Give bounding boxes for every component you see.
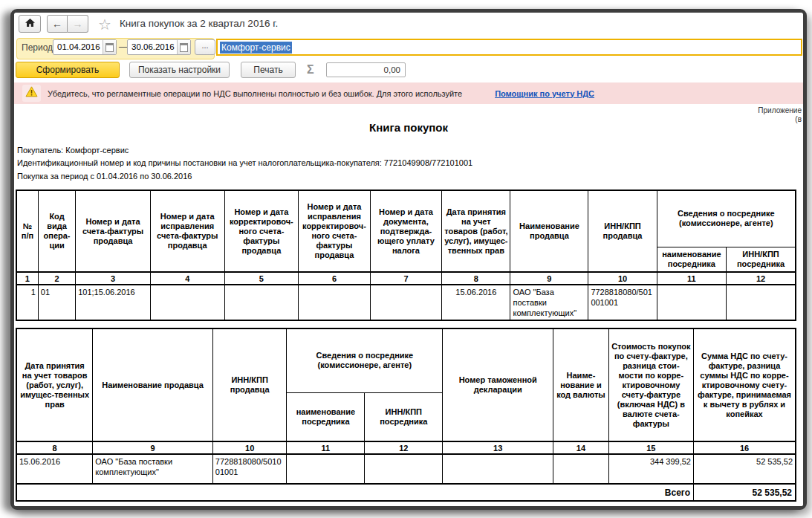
purchase-book-table-part2: Дата принятия на учет товаров (работ, ус… bbox=[16, 328, 796, 502]
calendar-icon bbox=[180, 43, 188, 52]
app-window: ← → ☆ Книга покупок за 2 квартал 2016 г.… bbox=[10, 9, 807, 510]
page-title: Книга покупок за 2 квартал 2016 г. bbox=[120, 13, 278, 35]
t2-colnum-9: 9 bbox=[93, 441, 213, 454]
date-from-field[interactable]: 01.04.2016 bbox=[53, 39, 117, 55]
date-from-calendar-button[interactable] bbox=[103, 40, 116, 54]
t1-row-cell-8: 15.06.2016 bbox=[442, 285, 510, 320]
t1-row-cell-12 bbox=[727, 285, 796, 320]
date-to-calendar-button[interactable] bbox=[177, 40, 190, 54]
back-button[interactable]: ← bbox=[47, 15, 68, 33]
date-to-field[interactable]: 30.06.2016 bbox=[127, 39, 191, 55]
vat-warning-bar: Убедитесь, что регламентные операции по … bbox=[14, 82, 803, 104]
t1-row-cell-1: 1 bbox=[16, 285, 38, 320]
appendix-line1: Приложение bbox=[758, 106, 802, 115]
print-button[interactable]: Печать bbox=[241, 62, 296, 78]
t1-colnum-4: 4 bbox=[150, 272, 224, 285]
t1-header-8: Дата принятия на учет товаров (работ, ус… bbox=[442, 190, 510, 272]
t1-colnum-1: 1 bbox=[16, 272, 38, 285]
t1-colnum-8: 8 bbox=[442, 272, 510, 285]
report-area: Приложение (в Книга покупок Покупатель: … bbox=[14, 105, 803, 506]
t1-row-cell-11 bbox=[657, 285, 726, 320]
t1-header-7: Номер и дата документа, подтвержда-ющего… bbox=[370, 190, 442, 272]
t1-colnum-9: 9 bbox=[510, 272, 588, 285]
t2-header-group-intermediary: Сведения о посреднике (комиссионере, аге… bbox=[287, 328, 443, 392]
t2-row-cell-15: 344 399,52 bbox=[608, 454, 693, 484]
show-settings-button[interactable]: Показать настройки bbox=[129, 62, 230, 78]
report-title: Книга покупок bbox=[14, 121, 803, 134]
t1-row-cell-3: 101;15.06.2016 bbox=[76, 285, 151, 320]
t1-row-cell-6 bbox=[299, 285, 371, 320]
t1-row-cell-2: 01 bbox=[38, 285, 75, 320]
t2-colnum-11: 11 bbox=[287, 441, 365, 454]
t1-header-10: ИНН/КПП продавца bbox=[588, 190, 657, 272]
t1-colnum-12: 12 bbox=[727, 272, 796, 285]
t1-row-cell-5 bbox=[224, 285, 299, 320]
t2-colnum-12: 12 bbox=[365, 441, 443, 454]
t1-header-9: Наименование продавца bbox=[510, 190, 588, 272]
t1-header-6: Номер и дата исправления корректировоч-н… bbox=[299, 190, 371, 272]
t1-row-cell-10: 7728818080/501001001 bbox=[588, 285, 657, 320]
t1-colnum-3: 3 bbox=[76, 272, 151, 285]
warning-text: Убедитесь, что регламентные операции по … bbox=[48, 89, 462, 98]
organization-field[interactable]: Комфорт-сервис bbox=[216, 39, 802, 56]
nav-history-group: ← → bbox=[47, 15, 88, 33]
t1-row-cell-9: ОАО "База поставки комплектующих" bbox=[510, 285, 588, 320]
date-from-value[interactable]: 01.04.2016 bbox=[53, 40, 103, 54]
t2-row-cell-11 bbox=[287, 454, 365, 484]
t2-colnum-13: 13 bbox=[443, 441, 553, 454]
t1-header-12: ИНН/КПП посредника bbox=[727, 247, 796, 272]
t1-header-5: Номер и дата корректировоч-ного счета-фа… bbox=[224, 190, 299, 272]
t2-header-15: Стоимость покупок по счету-фактуре, разн… bbox=[608, 328, 693, 441]
total-label: Всего bbox=[16, 484, 694, 501]
total-value: 52 535,52 bbox=[694, 484, 796, 501]
t2-colnum-15: 15 bbox=[608, 441, 693, 454]
period-more-button[interactable]: ... bbox=[195, 39, 215, 55]
inn-line: Идентификационный номер и код причины по… bbox=[17, 158, 472, 167]
t1-colnum-2: 2 bbox=[38, 272, 75, 285]
t2-colnum-16: 16 bbox=[694, 441, 796, 454]
favorite-star-icon[interactable]: ☆ bbox=[98, 16, 111, 33]
t2-row-cell-14 bbox=[553, 454, 608, 484]
t2-header-12: ИНН/КПП посредника bbox=[365, 392, 443, 441]
warning-iconbox bbox=[22, 85, 41, 102]
t2-header-9: Наименование продавца bbox=[93, 328, 213, 441]
date-to-value[interactable]: 30.06.2016 bbox=[128, 40, 177, 54]
t1-colnum-6: 6 bbox=[299, 272, 371, 285]
t2-row-cell-8: 15.06.2016 bbox=[16, 454, 93, 484]
purchase-book-table-part1: № п/п Код вида опера-ции Номер и дата сч… bbox=[16, 190, 796, 321]
t2-row-cell-16: 52 535,52 bbox=[694, 454, 796, 484]
t2-header-14: Наиме-нование и код валюты bbox=[553, 328, 608, 441]
warning-triangle-icon bbox=[25, 86, 38, 100]
t1-colnum-5: 5 bbox=[224, 272, 299, 285]
t1-row-cell-4 bbox=[150, 285, 224, 320]
home-icon bbox=[25, 17, 36, 30]
t1-header-group-intermediary: Сведения о посреднике (комиссионере, аге… bbox=[657, 190, 796, 247]
t2-colnum-10: 10 bbox=[212, 441, 287, 454]
t2-header-13: Номер таможенной декларации bbox=[443, 328, 553, 441]
vat-helper-link[interactable]: Помощник по учету НДС bbox=[495, 89, 594, 98]
t2-header-16: Сумма НДС по счету-фактуре, разница сумм… bbox=[694, 328, 796, 441]
period-label: Период: bbox=[22, 42, 55, 53]
titlebar: ← → ☆ Книга покупок за 2 квартал 2016 г. bbox=[14, 13, 803, 36]
forward-button[interactable]: → bbox=[68, 15, 88, 33]
organization-selected-text: Комфорт-сервис bbox=[220, 42, 292, 54]
period-line: Покупка за период с 01.04.2016 по 30.06.… bbox=[17, 172, 192, 181]
toolbar: Сформировать Показать настройки Печать Σ… bbox=[14, 62, 803, 81]
t1-header-3: Номер и дата счета-фактуры продавца bbox=[76, 190, 151, 272]
t2-header-10: ИНН/КПП продавца bbox=[212, 328, 287, 441]
t2-row-cell-9: ОАО "База поставки комплектующих" bbox=[93, 454, 213, 484]
sigma-sum-icon[interactable]: Σ bbox=[307, 63, 314, 77]
home-button[interactable] bbox=[19, 15, 41, 33]
t1-colnum-7: 7 bbox=[370, 272, 442, 285]
t1-header-4: Номер и дата исправления счета-фактуры п… bbox=[150, 190, 224, 272]
t2-row-cell-12 bbox=[365, 454, 443, 484]
t2-colnum-14: 14 bbox=[553, 441, 608, 454]
t2-header-11: наименование посредника bbox=[287, 392, 365, 441]
period-row: Период: 01.04.2016 — 30.06.2016 ... Комф… bbox=[14, 37, 803, 59]
generate-button[interactable]: Сформировать bbox=[16, 62, 120, 78]
t2-colnum-8: 8 bbox=[16, 441, 93, 454]
t1-header-11: наименование посредника bbox=[657, 247, 726, 272]
t2-row-cell-10: 7728818080/501001001 bbox=[212, 454, 287, 484]
sum-field[interactable]: 0,00 bbox=[326, 62, 406, 77]
t2-header-8: Дата принятия на учет товаров (работ, ус… bbox=[16, 328, 93, 441]
